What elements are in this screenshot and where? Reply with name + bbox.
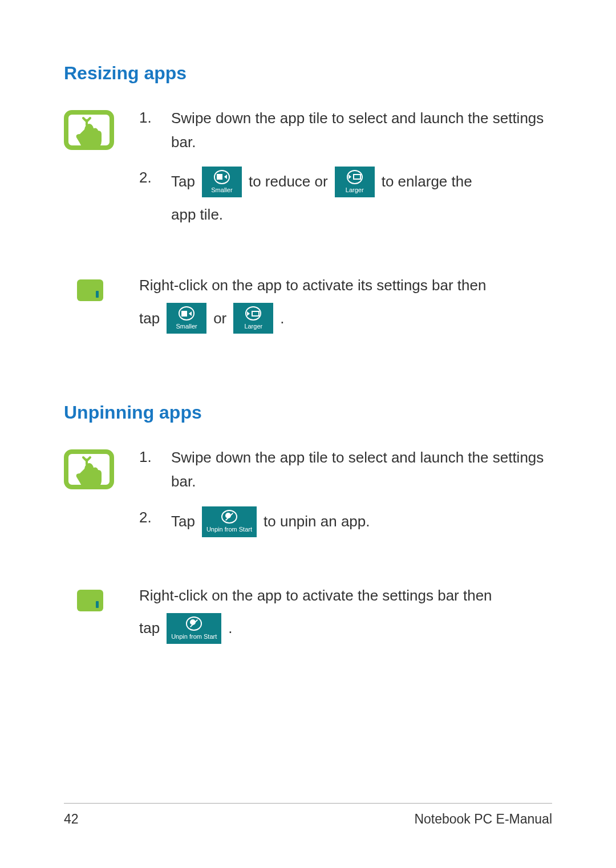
smaller-icon (179, 306, 194, 320)
unpin-icon (186, 616, 202, 630)
larger-button[interactable]: Larger (335, 167, 375, 197)
button-label: Unpin from Start (206, 525, 252, 535)
button-label: Larger (346, 185, 364, 196)
text: tap (139, 307, 160, 331)
smaller-button[interactable]: Smaller (167, 303, 206, 334)
button-label: Unpin from Start (171, 632, 217, 642)
touchscreen-swipe-icon (64, 448, 116, 494)
page-footer: 42 Notebook PC E-Manual (64, 803, 552, 827)
button-label: Smaller (211, 185, 232, 196)
touchpad-icon (77, 279, 103, 301)
unpin-from-start-button[interactable]: Unpin from Start (167, 613, 221, 644)
resizing-touch-steps: 1. Swipe down the app tile to select and… (139, 107, 552, 240)
page-content: Resizing apps 1. Swipe down the app tile… (0, 0, 616, 644)
step-text: Swipe down the app tile to select and la… (171, 107, 552, 154)
button-label: Smaller (176, 322, 197, 332)
text: to reduce or (249, 170, 328, 194)
resizing-touch-row: 1. Swipe down the app tile to select and… (64, 107, 552, 240)
text: . (228, 616, 232, 640)
text: app tile. (171, 203, 552, 227)
touchpad-icon (77, 590, 103, 611)
touchpad-icon-wrapper (64, 586, 116, 611)
text: Right-click on the app to activate the s… (139, 584, 552, 608)
step-number: 2. (139, 167, 171, 189)
heading-resizing: Resizing apps (64, 63, 552, 84)
unpin-from-start-button[interactable]: Unpin from Start (202, 506, 257, 537)
unpinning-touch-row: 1. Swipe down the app tile to select and… (64, 446, 552, 549)
text: . (280, 307, 284, 331)
larger-icon (245, 306, 261, 320)
button-label: Larger (244, 322, 262, 332)
resizing-touchpad-row: Right-click on the app to activate its s… (64, 274, 552, 334)
unpinning-touchpad-row: Right-click on the app to activate the s… (64, 584, 552, 644)
unpinning-touch-steps: 1. Swipe down the app tile to select and… (139, 446, 552, 549)
larger-button[interactable]: Larger (233, 303, 273, 334)
step-text: Swipe down the app tile to select and la… (171, 446, 552, 493)
step-number: 1. (139, 446, 171, 468)
step-number: 1. (139, 107, 171, 129)
step-number: 2. (139, 506, 171, 529)
text: tap (139, 616, 160, 640)
heading-unpinning: Unpinning apps (64, 402, 552, 423)
page-number: 42 (64, 812, 79, 827)
smaller-button[interactable]: Smaller (202, 167, 242, 197)
touchpad-icon-wrapper (64, 276, 116, 301)
unpinning-touchpad-body: Right-click on the app to activate the s… (139, 584, 552, 644)
text: to unpin an app. (264, 510, 370, 534)
touchscreen-swipe-icon (64, 109, 116, 155)
document-title: Notebook PC E-Manual (414, 812, 552, 827)
text: or (213, 307, 226, 331)
text: Right-click on the app to activate its s… (139, 274, 552, 298)
unpin-icon (221, 510, 237, 524)
smaller-icon (214, 170, 230, 184)
text: to enlarge the (382, 170, 472, 194)
text: Tap (171, 170, 195, 194)
resizing-touchpad-body: Right-click on the app to activate its s… (139, 274, 552, 334)
larger-icon (347, 170, 363, 184)
text: Tap (171, 510, 195, 534)
